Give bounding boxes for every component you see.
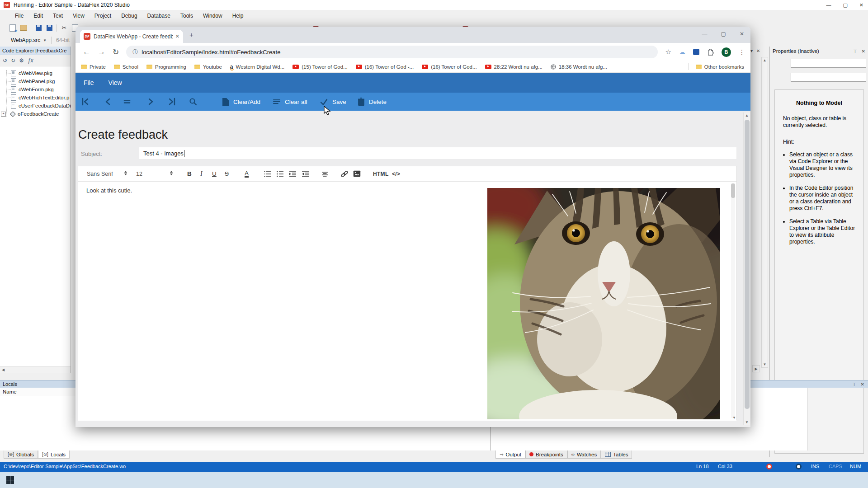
new-tab-icon[interactable]: + xyxy=(189,31,193,38)
pin-icon[interactable]: ⊤ xyxy=(852,382,856,387)
tab-breakpoints[interactable]: Breakpoints xyxy=(525,450,567,459)
sort-descending-icon[interactable]: ↻ xyxy=(11,57,15,64)
rte-scrollbar[interactable] xyxy=(731,183,735,418)
align-button[interactable] xyxy=(321,166,329,181)
tree-item[interactable]: cWebForm.pkg xyxy=(0,85,71,94)
browser-maximize-button[interactable]: ▢ xyxy=(721,31,726,37)
studio-menu-database[interactable]: Database xyxy=(142,13,175,19)
bookmark-item[interactable]: aWestern Digital Wd... xyxy=(230,64,284,70)
site-info-icon[interactable]: ⓘ xyxy=(132,48,138,56)
tree-item[interactable]: cWebView.pkg xyxy=(0,69,71,77)
outdent-button[interactable] xyxy=(289,166,297,181)
chevron-down-icon[interactable]: ▼ xyxy=(43,38,47,42)
blue-extension-icon[interactable] xyxy=(693,49,699,55)
code-explorer-hscrollbar[interactable]: ◀ xyxy=(0,366,71,373)
close-document-icon[interactable]: ✕ xyxy=(756,48,760,53)
bookmark-item[interactable]: Private xyxy=(81,64,106,70)
find-equal-button[interactable] xyxy=(123,93,132,111)
studio-menu-help[interactable]: Help xyxy=(227,13,249,19)
next-record-button[interactable] xyxy=(146,93,155,111)
tab-locals[interactable]: [⊙] Locals xyxy=(38,450,70,459)
tab-output[interactable]: ⇒ Output xyxy=(495,450,525,459)
tab-close-icon[interactable]: ✕ xyxy=(175,33,179,39)
open-folder-icon[interactable] xyxy=(20,25,27,31)
editor-vscrollbar[interactable]: ▲ ▼ xyxy=(761,57,768,368)
webapp-menu-file[interactable]: File xyxy=(81,79,97,86)
indent-button[interactable] xyxy=(302,166,309,181)
studio-menu-tools[interactable]: Tools xyxy=(175,13,198,19)
tree-item[interactable]: cUserFeedbackDataDi xyxy=(0,102,71,110)
studio-minimize-button[interactable]: — xyxy=(826,2,831,8)
bookmark-item[interactable]: (16) Tower of God... xyxy=(422,64,476,70)
functions-tool-icon[interactable]: ƒx xyxy=(28,57,33,64)
rte-scroll-down-icon[interactable]: ▼ xyxy=(732,416,736,420)
puzzle-extensions-icon[interactable] xyxy=(707,49,714,56)
cut-scissors-icon[interactable]: ✂ xyxy=(61,24,68,32)
webapp-menu-view[interactable]: View xyxy=(106,79,125,86)
close-icon[interactable]: ✕ xyxy=(862,49,865,54)
close-icon[interactable]: ✕ xyxy=(861,382,864,387)
code-view-button[interactable]: </> xyxy=(392,166,400,181)
windows-start-icon[interactable] xyxy=(6,476,14,484)
tree-item[interactable]: cWebRichTextEditor.p xyxy=(0,94,71,102)
unordered-list-button[interactable] xyxy=(276,166,284,181)
class-selector-combo[interactable] xyxy=(791,73,866,82)
browser-tab[interactable]: DF DataFlex WebApp - Create feedb ✕ xyxy=(80,30,183,43)
insert-link-button[interactable] xyxy=(340,166,349,181)
scrollbar-thumb[interactable] xyxy=(745,120,750,409)
bold-button[interactable]: B xyxy=(187,166,192,181)
rte-body[interactable]: Look at this cutie. xyxy=(78,182,736,421)
delete-button[interactable]: Delete xyxy=(358,93,387,111)
cloud-extension-icon[interactable]: ☁ xyxy=(679,48,685,56)
other-bookmarks[interactable]: Other bookmarks xyxy=(696,64,744,70)
project-selector[interactable]: WebApp.src xyxy=(11,37,40,43)
editor-hscroll-right[interactable]: ▶ xyxy=(752,365,760,372)
font-color-button[interactable]: A xyxy=(245,166,249,181)
bookmark-item[interactable]: (15) Tower of God... xyxy=(292,64,347,70)
first-record-button[interactable] xyxy=(81,93,90,111)
scroll-up-icon[interactable]: ▲ xyxy=(763,58,767,62)
properties-tool-icon[interactable]: ⚙ xyxy=(19,57,24,64)
back-icon[interactable]: ← xyxy=(83,47,90,56)
object-selector-combo[interactable] xyxy=(791,59,866,68)
scroll-down-icon[interactable]: ▼ xyxy=(763,362,767,366)
scroll-right-icon[interactable]: ▶ xyxy=(755,367,757,371)
browser-menu-icon[interactable]: ⋮ xyxy=(739,48,745,56)
studio-menu-debug[interactable]: Debug xyxy=(116,13,142,19)
font-size-select[interactable]: 12 xyxy=(136,166,142,181)
studio-menu-text[interactable]: Text xyxy=(48,13,68,19)
bookmark-item[interactable]: Youtube xyxy=(194,64,222,70)
tree-item-ofeedbackcreate[interactable]: + oFeedbackCreate xyxy=(0,110,71,118)
bookmark-item[interactable]: (16) Tower of God -... xyxy=(356,64,414,70)
tab-watches[interactable]: ∞ Watches xyxy=(567,450,601,459)
underline-button[interactable]: U xyxy=(212,166,217,181)
insert-image-button[interactable] xyxy=(353,166,361,181)
save-all-icon[interactable] xyxy=(47,25,52,31)
clear-all-button[interactable]: Clear all xyxy=(273,93,307,111)
browser-close-button[interactable]: ✕ xyxy=(740,31,744,37)
scroll-up-icon[interactable]: ▲ xyxy=(745,113,749,117)
sort-ascending-icon[interactable]: ↺ xyxy=(3,57,7,64)
studio-menu-project[interactable]: Project xyxy=(90,13,116,19)
address-bar[interactable]: ⓘ localhost/EditorSample/Index.html#oFee… xyxy=(126,46,658,58)
save-icon[interactable] xyxy=(36,25,42,31)
pin-icon[interactable]: ⊤ xyxy=(853,49,857,54)
expand-plus-icon[interactable]: + xyxy=(1,112,6,117)
bookmark-star-icon[interactable]: ☆ xyxy=(665,48,671,56)
subject-input[interactable]: Test 4 - Images xyxy=(139,147,737,160)
strikethrough-button[interactable]: S xyxy=(225,166,229,181)
font-family-select[interactable]: Sans Serif xyxy=(87,166,113,181)
italic-button[interactable]: I xyxy=(200,166,203,181)
previous-record-button[interactable] xyxy=(104,93,113,111)
studio-menu-view[interactable]: View xyxy=(68,13,90,19)
studio-maximize-button[interactable]: ▢ xyxy=(843,2,847,8)
html-view-button[interactable]: HTML xyxy=(373,166,389,181)
studio-close-button[interactable]: ✕ xyxy=(859,2,863,8)
tree-item[interactable]: cWebPanel.pkg xyxy=(0,77,71,85)
reload-icon[interactable]: ↻ xyxy=(113,47,119,57)
bookmark-item[interactable]: 28:22 Wordt nu afg... xyxy=(485,64,542,70)
last-record-button[interactable] xyxy=(167,93,176,111)
scroll-down-icon[interactable]: ▼ xyxy=(745,420,749,424)
bookmark-item[interactable]: Programming xyxy=(146,64,186,70)
page-scrollbar[interactable]: ▲ ▼ xyxy=(743,113,750,425)
